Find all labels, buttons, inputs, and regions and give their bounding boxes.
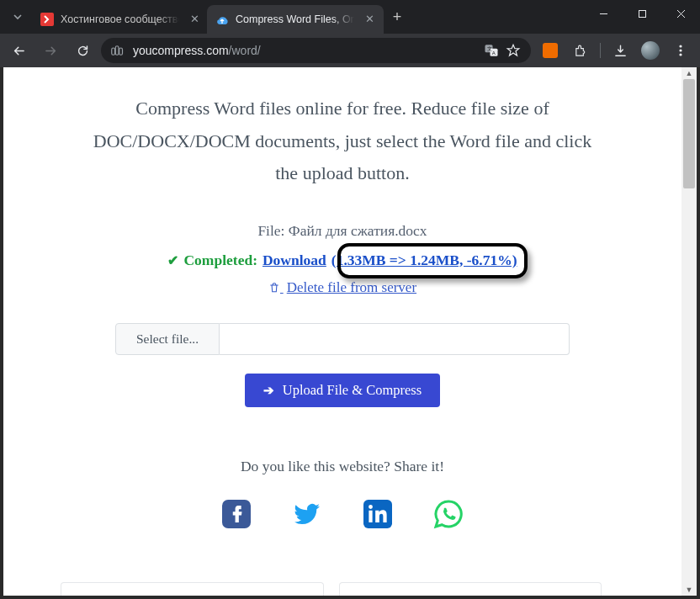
scrollbar-thumb[interactable] — [683, 79, 695, 188]
avatar-icon — [641, 41, 660, 60]
url-text: youcompress.com/word/ — [133, 44, 477, 57]
svg-rect-3 — [119, 48, 123, 55]
share-whatsapp[interactable] — [433, 499, 464, 529]
page-headline: Compress Word files online for free. Red… — [82, 93, 603, 190]
site-info-icon[interactable] — [111, 45, 126, 56]
arrow-left-icon — [12, 44, 26, 58]
tab-title: Compress Word Files, Online D… — [236, 13, 357, 25]
kebab-icon — [674, 44, 687, 57]
arrow-right-icon: ➔ — [263, 383, 274, 398]
extensions-button[interactable] — [566, 37, 595, 64]
chevron-down-icon — [13, 12, 23, 22]
tab-title: Хостинговое сообщество «Tim — [61, 13, 182, 25]
svg-rect-1 — [639, 10, 645, 17]
svg-point-10 — [679, 49, 681, 51]
share-twitter[interactable] — [292, 499, 322, 529]
translate-icon[interactable]: 文A — [484, 43, 499, 58]
minimize-icon — [599, 9, 608, 19]
download-link[interactable]: Download — [262, 252, 326, 269]
share-facebook[interactable] — [221, 499, 252, 529]
window-close-button[interactable] — [661, 0, 700, 27]
delete-line: Delete file from server — [45, 279, 639, 296]
status-line: ✔ Completed: Download (1.33MB => 1.24MB,… — [45, 252, 639, 269]
select-file-button[interactable]: Select file... — [115, 323, 220, 355]
window-titlebar: Хостинговое сообщество «Tim ✕ Compress W… — [0, 0, 700, 34]
scroll-down-icon[interactable]: ▼ — [681, 584, 697, 596]
trash-icon — [268, 281, 284, 294]
favicon-timeweb — [40, 13, 54, 26]
upload-button-label: Upload File & Compress — [283, 382, 422, 399]
share-linkedin[interactable] — [363, 499, 393, 529]
profile-button[interactable] — [636, 37, 665, 64]
new-tab-button[interactable]: + — [385, 5, 409, 29]
back-button[interactable] — [5, 37, 32, 64]
svg-rect-4 — [112, 48, 115, 55]
svg-text:文: 文 — [487, 45, 492, 51]
upload-compress-button[interactable]: ➔ Upload File & Compress — [245, 374, 440, 407]
size-info-link[interactable]: (1.33MB => 1.24MB, -6.71%) — [331, 252, 517, 269]
arrow-right-icon — [44, 44, 58, 58]
completed-label: Completed: — [183, 252, 257, 269]
svg-point-15 — [369, 505, 373, 509]
puzzle-icon — [574, 44, 588, 58]
whatsapp-icon — [433, 499, 464, 529]
share-prompt: Do you like this website? Share it! — [45, 458, 639, 475]
favicon-youcompress — [215, 13, 229, 26]
tab-search-button[interactable] — [7, 6, 29, 28]
svg-rect-2 — [115, 46, 119, 56]
scroll-up-icon[interactable]: ▲ — [681, 67, 697, 79]
delete-file-link[interactable]: Delete file from server — [268, 279, 416, 295]
browser-toolbar: youcompress.com/word/ 文A — [0, 34, 700, 67]
reload-icon — [76, 44, 90, 58]
window-controls — [584, 0, 700, 27]
file-select-row: Select file... — [115, 323, 570, 355]
check-icon: ✔ — [167, 252, 178, 268]
download-icon — [613, 44, 628, 58]
file-path-display[interactable] — [220, 323, 570, 355]
svg-rect-14 — [369, 510, 372, 522]
file-info: File: Файл для сжатия.docx — [45, 222, 639, 240]
twitter-icon — [292, 498, 322, 530]
page-body: Compress Word files online for free. Red… — [3, 67, 681, 596]
close-icon[interactable]: ✕ — [363, 13, 375, 25]
vertical-scrollbar[interactable]: ▲ ▼ — [681, 67, 697, 596]
share-row — [45, 499, 639, 529]
separator — [600, 43, 601, 58]
close-icon[interactable]: ✕ — [188, 13, 200, 25]
page-viewport: Compress Word files online for free. Red… — [0, 67, 700, 599]
maximize-icon — [638, 9, 647, 19]
forward-button[interactable] — [37, 37, 64, 64]
svg-text:A: A — [492, 50, 496, 56]
svg-point-9 — [679, 45, 681, 47]
bookmark-icon[interactable] — [506, 43, 521, 58]
below-fold-cards — [61, 582, 602, 596]
address-bar[interactable]: youcompress.com/word/ 文A — [101, 38, 531, 63]
close-icon — [676, 9, 686, 19]
tab-active[interactable]: Compress Word Files, Online D… ✕ — [207, 5, 384, 34]
window-maximize-button[interactable] — [623, 0, 661, 27]
extension-metamask[interactable] — [536, 37, 565, 64]
facebook-icon — [222, 500, 251, 528]
reload-button[interactable] — [69, 37, 96, 64]
window-minimize-button[interactable] — [584, 0, 623, 27]
fox-icon — [543, 43, 558, 58]
downloads-button[interactable] — [606, 37, 634, 64]
linkedin-icon — [363, 500, 392, 528]
menu-button[interactable] — [666, 37, 695, 64]
tab-inactive-1[interactable]: Хостинговое сообщество «Tim ✕ — [32, 5, 209, 34]
svg-point-11 — [679, 53, 681, 56]
